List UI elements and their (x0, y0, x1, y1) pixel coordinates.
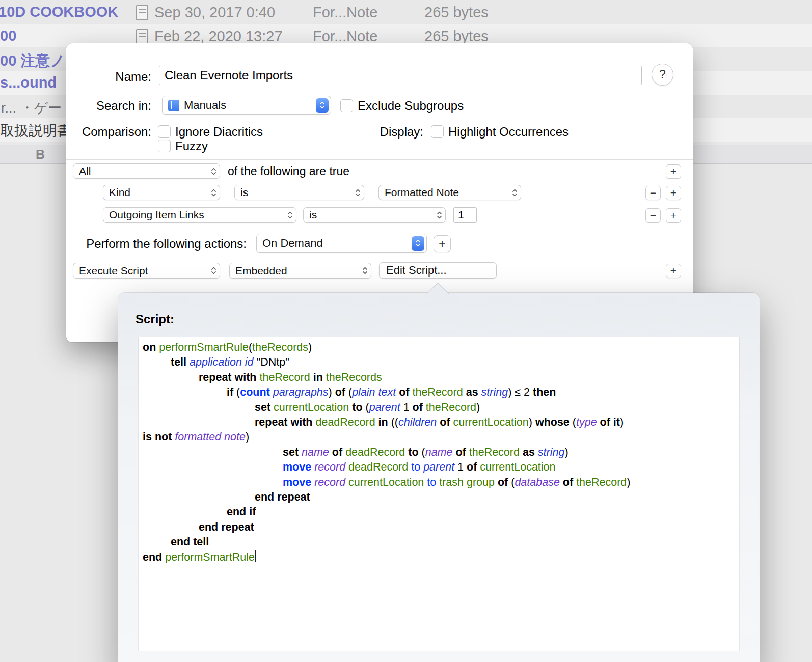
row-title[interactable]: s...ound (0, 74, 57, 91)
stepper-icon (512, 188, 518, 197)
fuzzy-label: Fuzzy (175, 139, 208, 153)
stepper-icon (437, 211, 442, 219)
document-icon (136, 29, 148, 44)
condition-value-popup[interactable]: Formatted Note (378, 185, 521, 200)
name-input[interactable] (159, 66, 642, 85)
minus-icon: − (650, 209, 656, 222)
script-popover: Script: on performSmartRule(theRecords)t… (118, 293, 760, 662)
divider (66, 159, 693, 160)
database-icon (168, 100, 179, 111)
stepper-icon (412, 236, 424, 251)
add-condition-button[interactable]: + (666, 208, 681, 223)
search-in-value: Manuals (184, 99, 226, 112)
row-title[interactable]: 00 注意ノ (0, 51, 65, 71)
actions-trigger-popup[interactable]: On Demand (256, 234, 427, 253)
row-size: 265 bytes (424, 28, 489, 45)
name-label: Name: (66, 70, 151, 84)
add-action-row-button[interactable]: + (666, 264, 681, 278)
add-action-button[interactable]: + (434, 235, 451, 252)
search-in-popup[interactable]: Manuals (162, 96, 331, 115)
condition-operator-value: is (240, 186, 248, 199)
row-title[interactable]: 00 (0, 27, 16, 44)
edit-script-label: Edit Script... (386, 264, 447, 277)
script-label: Script: (136, 312, 174, 326)
ignore-diacritics-label: Ignore Diacritics (175, 125, 263, 139)
script-mode-value: Embedded (235, 265, 287, 277)
help-button[interactable]: ? (652, 64, 673, 86)
list-row-band[interactable] (0, 0, 812, 24)
add-condition-button[interactable]: + (666, 164, 681, 179)
plus-icon: + (670, 265, 676, 277)
row-kind: For...Note (313, 4, 377, 21)
row-kind: For...Note (313, 28, 377, 45)
condition-field-value: Kind (109, 186, 130, 199)
search-in-label: Search in: (66, 99, 151, 113)
script-editor[interactable]: on performSmartRule(theRecords)tell appl… (139, 337, 739, 651)
condition-field-value: Outgoing Item Links (109, 209, 204, 221)
row-date: Sep 30, 2017 0:40 (154, 4, 275, 21)
stepper-icon (211, 188, 216, 197)
highlight-occurrences-checkbox[interactable] (431, 125, 444, 138)
actions-label: Perform the following actions: (76, 237, 247, 251)
predicate-scope-value: All (79, 165, 91, 177)
stepper-icon (211, 167, 216, 176)
column-header-b[interactable]: B (36, 147, 45, 162)
condition-operator-popup[interactable]: is (234, 185, 364, 200)
condition-value-input[interactable] (453, 207, 477, 223)
condition-operator-value: is (309, 209, 317, 221)
help-label: ? (659, 68, 666, 81)
plus-icon: + (439, 237, 446, 251)
action-type-value: Execute Script (79, 265, 148, 277)
display-label: Display: (331, 125, 423, 139)
remove-condition-button[interactable]: − (645, 186, 661, 200)
script-mode-popup[interactable]: Embedded (229, 263, 371, 279)
ignore-diacritics-checkbox[interactable] (158, 125, 171, 138)
condition-field-popup[interactable]: Outgoing Item Links (103, 207, 296, 223)
stepper-icon (211, 266, 216, 275)
predicate-scope-popup[interactable]: All (73, 163, 220, 179)
divider (66, 258, 693, 258)
action-type-popup[interactable]: Execute Script (73, 263, 220, 279)
exclude-subgroups-label: Exclude Subgroups (358, 99, 464, 113)
actions-trigger-value: On Demand (262, 237, 323, 250)
script-code[interactable]: on performSmartRule(theRecords)tell appl… (139, 337, 739, 568)
stepper-icon (362, 266, 368, 275)
row-title[interactable]: r... ・ゲー (1, 99, 62, 117)
stepper-icon (316, 98, 329, 113)
highlight-occurrences-label: Highlight Occurrences (448, 125, 569, 139)
add-condition-button[interactable]: + (666, 186, 681, 200)
row-size: 265 bytes (424, 4, 489, 21)
stepper-icon (287, 211, 293, 219)
document-icon (136, 5, 148, 20)
remove-condition-button[interactable]: − (645, 208, 661, 223)
stepper-icon (355, 188, 361, 197)
row-date: Feb 22, 2020 13:27 (154, 28, 283, 45)
fuzzy-checkbox[interactable] (158, 140, 171, 152)
plus-icon: + (670, 187, 676, 199)
screen: 10D COOKBOOK Sep 30, 2017 0:40 For...Not… (0, 0, 812, 662)
column-divider (17, 147, 17, 161)
minus-icon: − (650, 187, 656, 199)
comparison-label: Comparison: (66, 125, 151, 139)
row-title[interactable]: 10D COOKBOOK (0, 4, 118, 20)
plus-icon: + (670, 166, 676, 178)
exclude-subgroups-checkbox[interactable] (340, 99, 353, 112)
row-title[interactable]: 取扱説明書 (0, 121, 71, 141)
condition-operator-popup[interactable]: is (303, 207, 446, 223)
edit-script-button[interactable]: Edit Script... (379, 262, 497, 279)
predicate-suffix: of the following are true (228, 164, 349, 178)
plus-icon: + (670, 209, 676, 222)
condition-value: Formatted Note (385, 186, 459, 199)
condition-field-popup[interactable]: Kind (103, 185, 220, 200)
